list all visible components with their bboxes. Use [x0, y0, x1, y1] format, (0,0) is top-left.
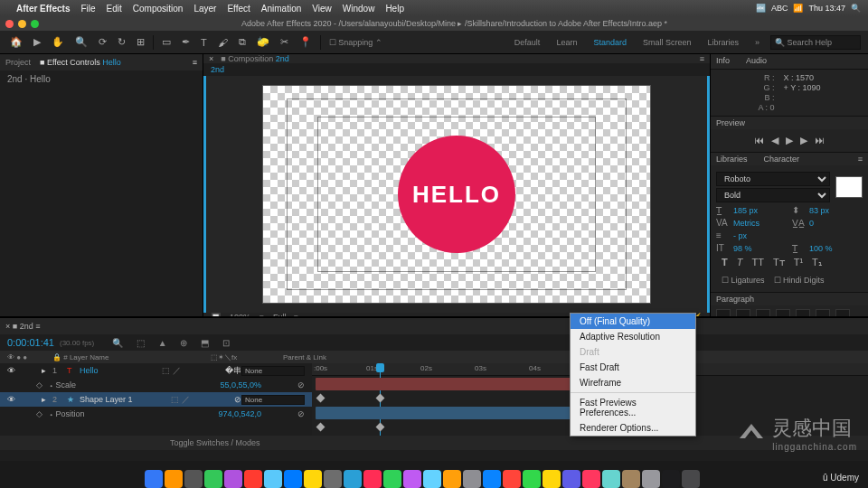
current-timecode[interactable]: 0:00:01:41	[7, 337, 54, 348]
input-source-icon[interactable]: 🔤	[756, 4, 766, 13]
workspace-default[interactable]: Default	[509, 38, 546, 47]
close-icon[interactable]	[5, 20, 14, 28]
minimize-icon[interactable]	[18, 20, 26, 28]
dock-app-icon[interactable]	[523, 470, 541, 488]
parent-dropdown[interactable]: None	[241, 395, 305, 405]
dock-app-icon[interactable]	[423, 470, 441, 488]
menu-item-renderer[interactable]: Renderer Options...	[571, 420, 695, 436]
app-name[interactable]: After Effects	[16, 4, 70, 14]
brush-tool-icon[interactable]: 🖌	[215, 35, 231, 50]
dock-app-icon[interactable]	[284, 470, 302, 488]
dock-app-icon[interactable]	[145, 470, 163, 488]
anchor-tool-icon[interactable]: ⊞	[134, 34, 147, 50]
menu-window[interactable]: Window	[343, 4, 375, 14]
toggle-switches-button[interactable]: Toggle Switches / Modes	[170, 438, 260, 447]
flowchart-breadcrumb[interactable]: 2nd	[203, 63, 710, 76]
rotate-tool-icon[interactable]: ↻	[115, 34, 128, 50]
workspace-learn[interactable]: Learn	[551, 38, 582, 47]
dock-app-icon[interactable]	[184, 470, 203, 488]
wifi-icon[interactable]: 📶	[793, 4, 803, 13]
selection-tool-icon[interactable]: ▶	[31, 34, 43, 50]
puppet-tool-icon[interactable]: 📍	[297, 34, 315, 50]
bold-icon[interactable]: T	[722, 257, 728, 268]
ligatures-checkbox[interactable]: ☐ Ligatures	[722, 276, 765, 285]
menu-item-wireframe[interactable]: Wireframe	[571, 375, 695, 390]
layer-row[interactable]: 👁 ▸ 1 T Hello ⬚ ／ �串None	[0, 363, 312, 378]
tab-project[interactable]: Project	[5, 58, 31, 67]
menu-layer[interactable]: Layer	[193, 4, 216, 14]
menu-file[interactable]: File	[80, 4, 95, 14]
vscale[interactable]: 98 %	[733, 244, 752, 253]
menu-item-off[interactable]: Off (Final Quality)	[571, 314, 695, 329]
dock-app-icon[interactable]	[542, 470, 561, 488]
menu-edit[interactable]: Edit	[107, 4, 122, 14]
next-frame-icon[interactable]: ▶	[800, 135, 807, 146]
shape-tool-icon[interactable]: ▭	[159, 34, 174, 50]
input-source[interactable]: ABC	[771, 4, 788, 13]
fill-color-swatch[interactable]	[835, 176, 863, 198]
tracking[interactable]: 0	[809, 219, 814, 228]
dock-app-icon[interactable]	[224, 470, 242, 488]
hand-tool-icon[interactable]: ✋	[49, 34, 67, 50]
clone-tool-icon[interactable]: ⧉	[236, 34, 249, 50]
font-style-dropdown[interactable]: Bold	[716, 188, 830, 202]
menu-effect[interactable]: Effect	[227, 4, 250, 14]
layer-row[interactable]: 👁 ▸ 2 ★ Shape Layer 1 ⬚ ／ ⊘None	[0, 392, 312, 407]
prev-frame-icon[interactable]: ◀	[771, 135, 778, 146]
dock-app-icon[interactable]	[622, 470, 640, 488]
dock-app-icon[interactable]	[264, 470, 282, 488]
snapping-label[interactable]: Snapping	[338, 38, 373, 47]
spotlight-icon[interactable]: 🔍	[851, 4, 861, 13]
parent-dropdown[interactable]: None	[241, 366, 305, 376]
smallcaps-icon[interactable]: Tᴛ	[773, 257, 785, 268]
workspace-more-icon[interactable]: »	[750, 38, 765, 47]
timeline-tab[interactable]: × ■ 2nd ≡	[5, 322, 41, 331]
dock-app-icon[interactable]	[582, 470, 600, 488]
zoom-tool-icon[interactable]: 🔍	[72, 34, 90, 50]
dock-app-icon[interactable]	[642, 470, 660, 488]
search-help-input[interactable]: 🔍 Search Help	[770, 35, 861, 50]
eye-icon[interactable]: 👁	[7, 366, 20, 375]
menu-view[interactable]: View	[312, 4, 332, 14]
tab-character[interactable]: Character	[764, 155, 800, 164]
composition-viewer[interactable]: HELLO	[203, 76, 710, 313]
menu-composition[interactable]: Composition	[133, 4, 184, 14]
panel-menu-icon[interactable]: ≡	[700, 54, 704, 63]
hscale[interactable]: 100 %	[809, 244, 833, 253]
roto-tool-icon[interactable]: ✂	[278, 34, 291, 50]
superscript-icon[interactable]: T¹	[794, 257, 803, 268]
workspace-small[interactable]: Small Screen	[637, 38, 697, 47]
keyframe-icon[interactable]	[316, 394, 326, 403]
property-row[interactable]: ◇⬩ Scale 55,0,55,0%⊘	[0, 378, 312, 392]
comp-name[interactable]: 2nd	[276, 54, 289, 63]
dock-app-icon[interactable]	[204, 470, 222, 488]
position-value[interactable]: 974,0,542,0	[218, 409, 261, 418]
eye-icon[interactable]: 👁	[7, 395, 20, 404]
workspace-libraries[interactable]: Libraries	[702, 38, 744, 47]
dock-app-icon[interactable]	[682, 470, 700, 488]
tab-paragraph[interactable]: Paragraph	[716, 295, 754, 304]
first-frame-icon[interactable]: ⏮	[754, 135, 764, 146]
leading[interactable]: 83 px	[809, 206, 829, 215]
clock[interactable]: Thu 13:47	[808, 4, 845, 13]
dock-app-icon[interactable]	[602, 470, 620, 488]
subscript-icon[interactable]: T₁	[812, 257, 822, 268]
dock-app-icon[interactable]	[443, 470, 461, 488]
font-size[interactable]: 185 px	[733, 206, 758, 215]
property-row[interactable]: ◇⬩ Position 974,0,542,0⊘	[0, 407, 312, 421]
home-icon[interactable]: 🏠	[7, 34, 25, 50]
dock-app-icon[interactable]	[244, 470, 262, 488]
panel-menu-icon[interactable]: ≡	[193, 58, 197, 67]
tab-audio[interactable]: Audio	[746, 56, 767, 65]
keyframe-icon[interactable]	[376, 423, 385, 432]
tab-preview[interactable]: Preview	[716, 118, 745, 127]
hello-text[interactable]: HELLO	[412, 181, 501, 209]
tab-libraries[interactable]: Libraries	[716, 155, 748, 164]
dock-app-icon[interactable]	[562, 470, 580, 488]
orbit-tool-icon[interactable]: ⟳	[96, 34, 109, 50]
dock-app-icon[interactable]	[483, 470, 501, 488]
dock-app-icon[interactable]	[165, 470, 183, 488]
kerning[interactable]: Metrics	[733, 219, 760, 228]
zoom-icon[interactable]	[31, 20, 39, 28]
dock-app-icon[interactable]	[383, 470, 401, 488]
